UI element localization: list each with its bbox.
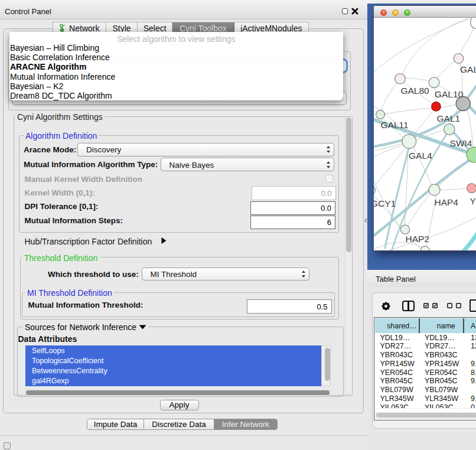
svg-text:GAL4: GAL4	[409, 151, 432, 161]
svg-text:HAP2: HAP2	[406, 234, 430, 244]
svg-text:GAL2: GAL2	[460, 64, 476, 74]
svg-text:Y: Y	[470, 196, 476, 206]
svg-text:GAL10: GAL10	[435, 89, 464, 99]
svg-text:GAL1: GAL1	[437, 113, 461, 123]
svg-text:SWI4: SWI4	[450, 138, 472, 148]
svg-text:GAL11: GAL11	[381, 120, 409, 130]
svg-text:GCY1: GCY1	[374, 198, 396, 208]
svg-text:HAP4: HAP4	[435, 197, 459, 207]
svg-text:GAL80: GAL80	[400, 86, 429, 96]
